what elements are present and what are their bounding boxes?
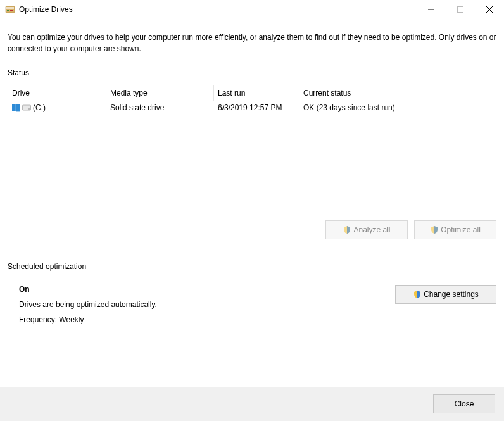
svg-rect-8 [12,104,16,108]
app-icon [5,4,15,15]
table-row[interactable]: (C:) Solid state drive 6/3/2019 12:57 PM… [8,101,496,115]
drive-icon [22,104,31,111]
minimize-button[interactable] [417,0,446,19]
change-settings-button[interactable]: Change settings [395,285,496,304]
close-footer-button[interactable]: Close [433,394,495,413]
windows-logo-icon [12,104,20,112]
svg-rect-10 [12,108,16,111]
scheduled-label: Scheduled optimization [8,262,91,271]
status-label: Status [8,68,34,77]
svg-rect-5 [458,7,463,13]
intro-text: You can optimize your drives to help you… [8,32,496,54]
divider [34,73,496,73]
svg-rect-3 [10,10,13,11]
footer: Close [0,387,504,421]
shield-icon [343,225,351,234]
optimize-all-label: Optimize all [441,225,481,234]
window-title: Optimize Drives [19,5,417,14]
close-button[interactable] [475,0,504,19]
drive-table[interactable]: Drive Media type Last run Current status [8,85,496,210]
cell-media: Solid state drive [106,103,214,112]
titlebar: Optimize Drives [0,0,504,19]
scheduled-desc: Drives are being optimized automatically… [19,300,382,309]
cell-last: 6/3/2019 12:57 PM [214,103,299,112]
analyze-all-button: Analyze all [325,220,408,239]
change-settings-label: Change settings [424,290,479,299]
column-last[interactable]: Last run [214,85,299,101]
status-section-header: Status [8,68,496,77]
column-drive[interactable]: Drive [8,85,106,101]
shield-icon [430,225,439,234]
cell-drive-text: (C:) [33,103,46,112]
analyze-all-label: Analyze all [353,225,390,234]
shield-icon [413,290,422,299]
cell-status: OK (23 days since last run) [299,103,496,112]
scheduled-state: On [19,285,382,294]
svg-rect-12 [23,105,31,110]
column-media[interactable]: Media type [106,85,214,101]
close-label: Close [455,399,474,408]
divider [91,267,496,267]
svg-rect-11 [16,108,20,111]
window-controls [417,0,504,19]
svg-rect-9 [16,104,20,108]
scheduled-freq: Frequency: Weekly [19,315,382,324]
drive-table-header[interactable]: Drive Media type Last run Current status [8,85,496,101]
svg-rect-2 [7,10,9,11]
optimize-all-button: Optimize all [414,220,496,239]
scheduled-section-header: Scheduled optimization [8,262,496,271]
cell-drive: (C:) [8,103,106,112]
maximize-button [446,0,475,19]
svg-rect-1 [6,7,14,9]
column-status[interactable]: Current status [299,85,496,101]
svg-point-13 [28,108,30,110]
